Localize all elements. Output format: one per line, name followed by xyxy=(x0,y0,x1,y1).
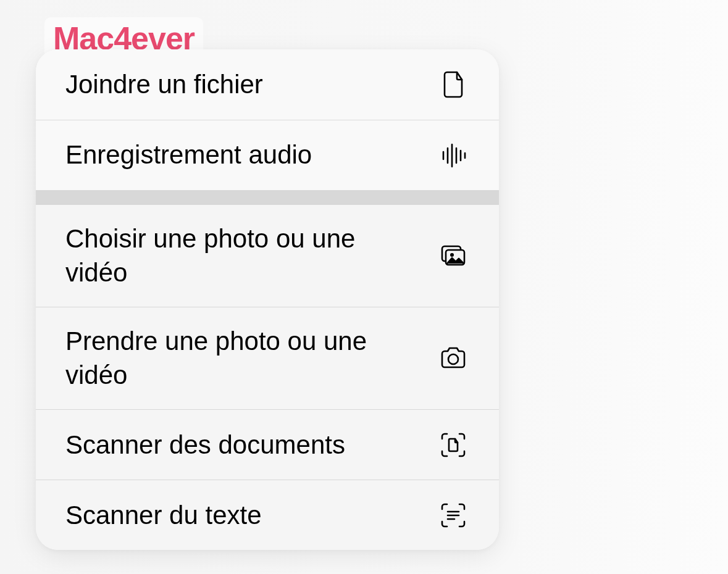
scan-text-icon xyxy=(437,499,469,531)
take-photo-video-label: Prendre une photo ou une vidéo xyxy=(65,325,387,392)
waveform-icon xyxy=(437,139,469,172)
photo-library-icon xyxy=(437,240,469,272)
scan-document-icon xyxy=(437,429,469,461)
scan-text-item[interactable]: Scanner du texte xyxy=(36,480,499,550)
menu-separator xyxy=(36,190,499,205)
scan-text-label: Scanner du texte xyxy=(65,499,262,533)
audio-recording-item[interactable]: Enregistrement audio xyxy=(36,120,499,190)
attachment-action-sheet: Joindre un fichier Enregistrement audio … xyxy=(36,49,499,550)
attach-file-label: Joindre un fichier xyxy=(65,68,263,102)
svg-point-9 xyxy=(448,354,458,364)
choose-photo-video-item[interactable]: Choisir une photo ou une vidéo xyxy=(36,205,499,307)
scan-documents-item[interactable]: Scanner des documents xyxy=(36,409,499,480)
take-photo-video-item[interactable]: Prendre une photo ou une vidéo xyxy=(36,307,499,409)
attach-file-item[interactable]: Joindre un fichier xyxy=(36,49,499,120)
svg-point-8 xyxy=(450,253,454,257)
camera-icon xyxy=(437,343,469,375)
audio-recording-label: Enregistrement audio xyxy=(65,138,312,172)
scan-documents-label: Scanner des documents xyxy=(65,428,345,462)
choose-photo-video-label: Choisir une photo ou une vidéo xyxy=(65,222,387,289)
document-icon xyxy=(437,69,469,101)
